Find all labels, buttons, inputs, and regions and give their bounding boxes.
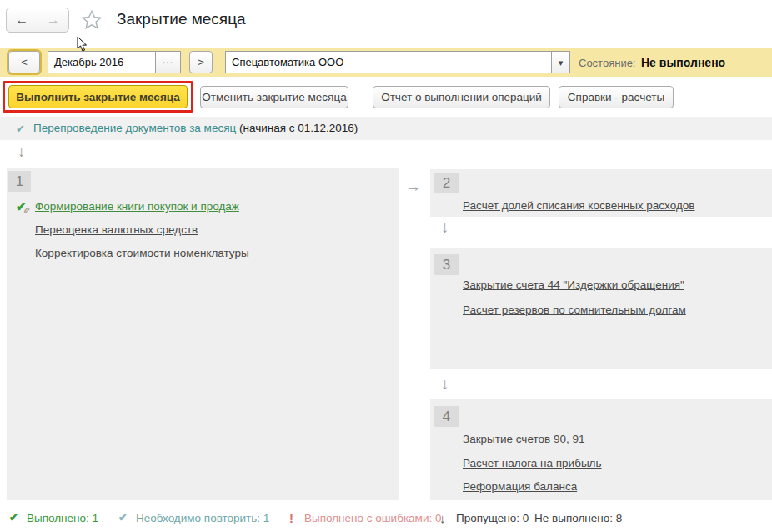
period-picker-button[interactable] [155, 52, 180, 73]
state-label: Состояние: [579, 57, 635, 69]
operations-report-button[interactable]: Отчет о выполнении операций [373, 86, 550, 108]
next-period-button[interactable]: > [189, 51, 213, 73]
reposting-note: (начиная с 01.12.2016) [239, 122, 358, 134]
stage-1-panel [7, 168, 399, 500]
status-repeat-value: 1 [263, 512, 270, 524]
perform-closing-button[interactable]: Выполнить закрытие месяца [8, 85, 188, 108]
status-not-done-value: 8 [616, 512, 623, 524]
organization-input[interactable]: Спецавтоматика ООО [226, 52, 551, 73]
operation-link[interactable]: Расчет резервов по сомнительным долгам [463, 304, 686, 316]
page-title: Закрытие месяца [117, 10, 246, 28]
status-errors-label: Выполнено с ошибками: [304, 512, 432, 524]
flow-down-arrow-icon: ↓ [441, 219, 449, 235]
operation-link[interactable]: Закрытие счетов 90, 91 [463, 433, 584, 445]
cancel-closing-button[interactable]: Отменить закрытие месяца [200, 86, 348, 108]
status-done-value: 1 [93, 512, 99, 524]
ellipsis-icon [163, 57, 173, 68]
period-field: Декабрь 2016 [48, 51, 181, 73]
mouse-cursor [77, 36, 88, 56]
stage-1-badge: 1 [8, 171, 31, 192]
references-calculations-button[interactable]: Справки - расчеты [559, 86, 674, 108]
organization-field: Спецавтоматика ООО [225, 51, 570, 73]
status-done: Выполнено: 1 [27, 512, 98, 524]
operation-link[interactable]: Реформация баланса [463, 480, 577, 493]
status-skipped-value: 0 [523, 512, 529, 524]
operation-link[interactable]: Формирование книги покупок и продаж [35, 200, 239, 213]
chevron-down-icon [559, 57, 564, 68]
done-check-icon [9, 511, 18, 524]
favorite-star-icon[interactable] [80, 8, 103, 35]
flow-right-arrow-icon: → [405, 178, 421, 194]
state-value: Не выполнено [641, 56, 725, 69]
status-skipped-label: Пропущено: [456, 512, 519, 524]
status-repeat-label: Необходимо повторить: [136, 512, 260, 524]
forward-button[interactable] [38, 8, 69, 32]
stage-2-badge: 2 [434, 173, 459, 193]
history-nav-group [6, 8, 69, 33]
arrow-left-icon [15, 13, 28, 28]
stage-3-badge: 3 [434, 254, 459, 275]
skipped-down-arrow-icon [439, 511, 446, 525]
operation-link[interactable]: Расчет налога на прибыль [463, 457, 602, 469]
period-input[interactable]: Декабрь 2016 [48, 52, 155, 73]
reposting-link[interactable]: Перепроведение документов за месяц [33, 122, 236, 134]
stage-4-badge: 4 [434, 406, 459, 427]
error-exclamation-icon [289, 511, 293, 525]
status-errors: Выполнено с ошибками: 0 [304, 512, 441, 524]
status-skipped: Пропущено: 0 [456, 512, 529, 524]
check-icon [16, 121, 25, 136]
status-not-done-label: Не выполнено: [534, 512, 613, 524]
status-repeat: Необходимо повторить: 1 [136, 512, 269, 524]
month-closing-window: Закрытие месяца < Декабрь 2016 > Спецавт… [0, 0, 772, 532]
status-bar: Выполнено: 1 Необходимо повторить: 1 Вып… [0, 509, 772, 532]
flow-down-arrow-icon: ↓ [18, 143, 26, 159]
operation-link[interactable]: Переоценка валютных средств [35, 223, 198, 236]
reposting-row: Перепроведение документов за месяц (начи… [0, 117, 772, 140]
operation-link[interactable]: Расчет долей списания косвенных расходов [463, 199, 694, 212]
flow-down-arrow-icon: ↓ [441, 376, 449, 392]
operation-link[interactable]: Закрытие счета 44 "Издержки обращения" [463, 279, 684, 291]
repeat-check-icon [118, 511, 128, 524]
operation-link[interactable]: Корректировка стоимости номенклатуры [35, 247, 249, 259]
status-not-done: Не выполнено: 8 [534, 512, 622, 524]
period-toolbar: < Декабрь 2016 > Спецавтоматика ООО Сост… [0, 48, 772, 77]
organization-dropdown-button[interactable] [551, 52, 569, 73]
previous-period-button[interactable]: < [8, 51, 40, 73]
arrow-right-icon [47, 13, 60, 28]
status-done-label: Выполнено: [27, 512, 89, 524]
back-button[interactable] [7, 8, 38, 32]
completed-check-pencil-icon [16, 199, 31, 214]
